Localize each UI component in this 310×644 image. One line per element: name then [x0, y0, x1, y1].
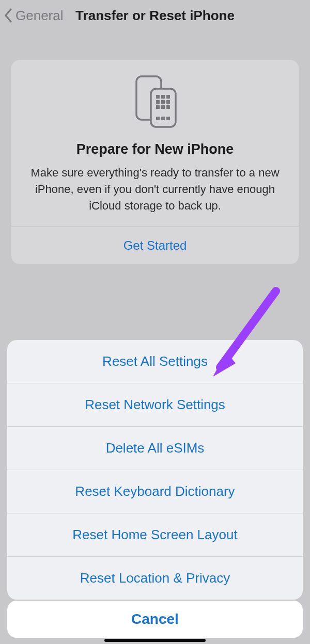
prepare-card: Prepare for New iPhone Make sure everyth…	[11, 60, 299, 264]
reset-all-settings-option[interactable]: Reset All Settings	[7, 340, 303, 383]
chevron-left-icon	[4, 8, 12, 23]
svg-rect-11	[156, 117, 160, 120]
card-description: Make sure everything's ready to transfer…	[25, 165, 285, 214]
delete-all-esims-option[interactable]: Delete All eSIMs	[7, 426, 303, 470]
svg-rect-10	[166, 105, 170, 109]
svg-rect-13	[166, 117, 170, 120]
home-indicator	[0, 638, 310, 644]
svg-rect-4	[166, 95, 170, 99]
svg-rect-6	[161, 100, 165, 104]
svg-rect-5	[156, 100, 160, 104]
svg-rect-7	[166, 100, 170, 104]
svg-rect-8	[156, 105, 160, 109]
transfer-devices-icon	[130, 73, 180, 132]
reset-action-sheet: Reset All Settings Reset Network Setting…	[7, 340, 303, 600]
cancel-button[interactable]: Cancel	[7, 601, 303, 638]
reset-network-settings-option[interactable]: Reset Network Settings	[7, 383, 303, 426]
navigation-bar: General Transfer or Reset iPhone	[0, 0, 310, 31]
svg-rect-12	[161, 117, 165, 120]
get-started-button[interactable]: Get Started	[25, 227, 285, 264]
svg-rect-2	[156, 95, 160, 99]
card-title: Prepare for New iPhone	[25, 141, 285, 157]
svg-rect-3	[161, 95, 165, 99]
back-button[interactable]: General	[4, 8, 64, 24]
back-label: General	[16, 8, 64, 24]
reset-keyboard-dictionary-option[interactable]: Reset Keyboard Dictionary	[7, 470, 303, 513]
reset-home-screen-layout-option[interactable]: Reset Home Screen Layout	[7, 513, 303, 556]
svg-rect-9	[161, 105, 165, 109]
reset-location-privacy-option[interactable]: Reset Location & Privacy	[7, 556, 303, 600]
